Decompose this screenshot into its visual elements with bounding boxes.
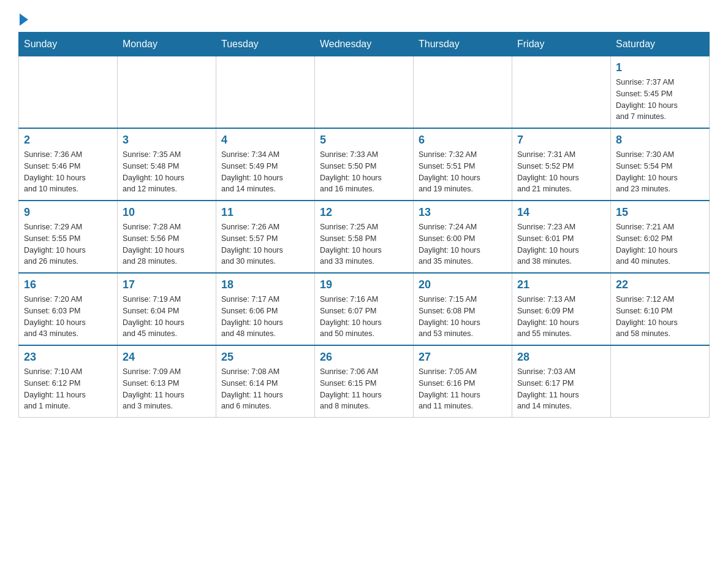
day-cell: 21Sunrise: 7:13 AM Sunset: 6:09 PM Dayli… [512, 273, 611, 345]
day-number: 7 [517, 134, 605, 147]
day-cell: 14Sunrise: 7:23 AM Sunset: 6:01 PM Dayli… [512, 201, 611, 273]
day-number: 15 [616, 206, 704, 219]
day-cell: 15Sunrise: 7:21 AM Sunset: 6:02 PM Dayli… [611, 201, 710, 273]
day-cell: 17Sunrise: 7:19 AM Sunset: 6:04 PM Dayli… [118, 273, 216, 345]
day-cell [315, 56, 414, 129]
day-cell [414, 56, 512, 129]
day-number: 23 [24, 351, 112, 364]
day-number: 14 [517, 206, 605, 219]
day-cell: 9Sunrise: 7:29 AM Sunset: 5:55 PM Daylig… [19, 201, 118, 273]
day-cell [216, 56, 315, 129]
day-info: Sunrise: 7:12 AM Sunset: 6:10 PM Dayligh… [616, 294, 704, 340]
day-cell: 2Sunrise: 7:36 AM Sunset: 5:46 PM Daylig… [19, 128, 118, 201]
day-number: 17 [123, 278, 211, 291]
day-cell [118, 56, 216, 129]
day-cell: 12Sunrise: 7:25 AM Sunset: 5:58 PM Dayli… [315, 201, 414, 273]
day-number: 22 [616, 278, 704, 291]
day-number: 21 [517, 278, 605, 291]
day-cell: 22Sunrise: 7:12 AM Sunset: 6:10 PM Dayli… [611, 273, 710, 345]
day-info: Sunrise: 7:31 AM Sunset: 5:52 PM Dayligh… [517, 149, 605, 195]
day-info: Sunrise: 7:33 AM Sunset: 5:50 PM Dayligh… [320, 149, 408, 195]
day-info: Sunrise: 7:30 AM Sunset: 5:54 PM Dayligh… [616, 149, 704, 195]
day-cell [611, 345, 710, 418]
calendar-header-tuesday: Tuesday [216, 33, 315, 56]
day-info: Sunrise: 7:15 AM Sunset: 6:08 PM Dayligh… [419, 294, 507, 340]
day-number: 11 [221, 206, 309, 219]
day-info: Sunrise: 7:24 AM Sunset: 6:00 PM Dayligh… [419, 221, 507, 267]
day-cell: 25Sunrise: 7:08 AM Sunset: 6:14 PM Dayli… [216, 345, 315, 418]
day-info: Sunrise: 7:29 AM Sunset: 5:55 PM Dayligh… [24, 221, 112, 267]
page-header [18, 12, 710, 26]
day-info: Sunrise: 7:35 AM Sunset: 5:48 PM Dayligh… [123, 149, 211, 195]
day-cell: 10Sunrise: 7:28 AM Sunset: 5:56 PM Dayli… [118, 201, 216, 273]
day-cell: 5Sunrise: 7:33 AM Sunset: 5:50 PM Daylig… [315, 128, 414, 201]
day-info: Sunrise: 7:20 AM Sunset: 6:03 PM Dayligh… [24, 294, 112, 340]
day-info: Sunrise: 7:16 AM Sunset: 6:07 PM Dayligh… [320, 294, 408, 340]
calendar-header-wednesday: Wednesday [315, 33, 414, 56]
week-row-4: 16Sunrise: 7:20 AM Sunset: 6:03 PM Dayli… [19, 273, 710, 345]
day-info: Sunrise: 7:28 AM Sunset: 5:56 PM Dayligh… [123, 221, 211, 267]
calendar-header-row: SundayMondayTuesdayWednesdayThursdayFrid… [19, 33, 710, 56]
day-number: 18 [221, 278, 309, 291]
day-number: 28 [517, 351, 605, 364]
calendar-header-saturday: Saturday [611, 33, 710, 56]
day-cell: 3Sunrise: 7:35 AM Sunset: 5:48 PM Daylig… [118, 128, 216, 201]
week-row-2: 2Sunrise: 7:36 AM Sunset: 5:46 PM Daylig… [19, 128, 710, 201]
day-number: 25 [221, 351, 309, 364]
week-row-5: 23Sunrise: 7:10 AM Sunset: 6:12 PM Dayli… [19, 345, 710, 418]
day-number: 1 [616, 61, 704, 74]
day-info: Sunrise: 7:32 AM Sunset: 5:51 PM Dayligh… [419, 149, 507, 195]
day-info: Sunrise: 7:17 AM Sunset: 6:06 PM Dayligh… [221, 294, 309, 340]
day-number: 6 [419, 134, 507, 147]
day-info: Sunrise: 7:05 AM Sunset: 6:16 PM Dayligh… [419, 366, 507, 412]
calendar-header-sunday: Sunday [19, 33, 118, 56]
day-info: Sunrise: 7:09 AM Sunset: 6:13 PM Dayligh… [123, 366, 211, 412]
day-info: Sunrise: 7:26 AM Sunset: 5:57 PM Dayligh… [221, 221, 309, 267]
day-cell: 28Sunrise: 7:03 AM Sunset: 6:17 PM Dayli… [512, 345, 611, 418]
day-number: 5 [320, 134, 408, 147]
calendar-header-thursday: Thursday [414, 33, 512, 56]
day-number: 16 [24, 278, 112, 291]
day-info: Sunrise: 7:25 AM Sunset: 5:58 PM Dayligh… [320, 221, 408, 267]
day-cell: 23Sunrise: 7:10 AM Sunset: 6:12 PM Dayli… [19, 345, 118, 418]
day-cell [19, 56, 118, 129]
day-number: 12 [320, 206, 408, 219]
day-cell: 4Sunrise: 7:34 AM Sunset: 5:49 PM Daylig… [216, 128, 315, 201]
day-number: 2 [24, 134, 112, 147]
day-info: Sunrise: 7:36 AM Sunset: 5:46 PM Dayligh… [24, 149, 112, 195]
day-info: Sunrise: 7:06 AM Sunset: 6:15 PM Dayligh… [320, 366, 408, 412]
calendar-header-monday: Monday [118, 33, 216, 56]
day-cell: 13Sunrise: 7:24 AM Sunset: 6:00 PM Dayli… [414, 201, 512, 273]
day-info: Sunrise: 7:10 AM Sunset: 6:12 PM Dayligh… [24, 366, 112, 412]
day-cell: 6Sunrise: 7:32 AM Sunset: 5:51 PM Daylig… [414, 128, 512, 201]
week-row-1: 1Sunrise: 7:37 AM Sunset: 5:45 PM Daylig… [19, 56, 710, 129]
day-cell [512, 56, 611, 129]
day-number: 27 [419, 351, 507, 364]
day-cell: 11Sunrise: 7:26 AM Sunset: 5:57 PM Dayli… [216, 201, 315, 273]
day-info: Sunrise: 7:34 AM Sunset: 5:49 PM Dayligh… [221, 149, 309, 195]
day-cell: 1Sunrise: 7:37 AM Sunset: 5:45 PM Daylig… [611, 56, 710, 129]
week-row-3: 9Sunrise: 7:29 AM Sunset: 5:55 PM Daylig… [19, 201, 710, 273]
day-number: 26 [320, 351, 408, 364]
day-cell: 19Sunrise: 7:16 AM Sunset: 6:07 PM Dayli… [315, 273, 414, 345]
day-cell: 8Sunrise: 7:30 AM Sunset: 5:54 PM Daylig… [611, 128, 710, 201]
logo [18, 12, 28, 26]
day-number: 20 [419, 278, 507, 291]
day-number: 13 [419, 206, 507, 219]
calendar-table: SundayMondayTuesdayWednesdayThursdayFrid… [18, 32, 710, 418]
day-info: Sunrise: 7:03 AM Sunset: 6:17 PM Dayligh… [517, 366, 605, 412]
day-info: Sunrise: 7:08 AM Sunset: 6:14 PM Dayligh… [221, 366, 309, 412]
day-cell: 7Sunrise: 7:31 AM Sunset: 5:52 PM Daylig… [512, 128, 611, 201]
day-info: Sunrise: 7:21 AM Sunset: 6:02 PM Dayligh… [616, 221, 704, 267]
day-info: Sunrise: 7:37 AM Sunset: 5:45 PM Dayligh… [616, 77, 704, 123]
day-cell: 26Sunrise: 7:06 AM Sunset: 6:15 PM Dayli… [315, 345, 414, 418]
day-info: Sunrise: 7:23 AM Sunset: 6:01 PM Dayligh… [517, 221, 605, 267]
day-number: 19 [320, 278, 408, 291]
day-number: 10 [123, 206, 211, 219]
day-number: 24 [123, 351, 211, 364]
day-cell: 20Sunrise: 7:15 AM Sunset: 6:08 PM Dayli… [414, 273, 512, 345]
day-cell: 18Sunrise: 7:17 AM Sunset: 6:06 PM Dayli… [216, 273, 315, 345]
day-cell: 16Sunrise: 7:20 AM Sunset: 6:03 PM Dayli… [19, 273, 118, 345]
calendar-header-friday: Friday [512, 33, 611, 56]
day-number: 8 [616, 134, 704, 147]
